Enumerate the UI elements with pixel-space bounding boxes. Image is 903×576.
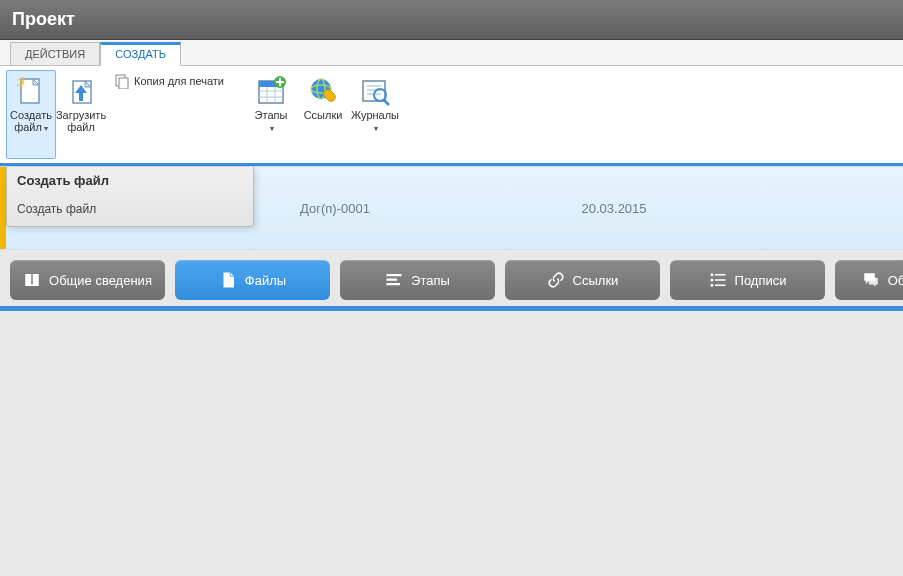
navtab-general[interactable]: Общие сведения (10, 260, 165, 300)
svg-point-35 (710, 284, 713, 287)
navtab-stages[interactable]: Этапы (340, 260, 495, 300)
create-file-button[interactable]: Создать файл (6, 70, 56, 159)
section-navtabs: Общие сведения Файлы Этапы Ссылки Подпис… (0, 250, 903, 300)
links-label: Ссылки (304, 109, 343, 121)
record-info-strip: Создать файл Создать файл Дог(п)-0001 20… (0, 166, 903, 250)
ribbon: Создать файл Загрузить файл Копия для пе… (0, 66, 903, 166)
svg-rect-30 (387, 283, 401, 285)
print-copy-icon (114, 73, 130, 89)
tooltip-title: Создать файл (17, 173, 243, 188)
journal-search-icon (359, 75, 391, 107)
dropdown-caret-icon (42, 121, 48, 133)
navtab-files-label: Файлы (245, 273, 286, 288)
book-icon (23, 271, 41, 289)
upload-file-label: Загрузить файл (56, 109, 106, 133)
calendar-plus-icon (255, 75, 287, 107)
doc-number: Дог(п)-0001 (300, 201, 582, 216)
navtab-discussions-label: Обсуждения (888, 273, 903, 288)
file-icon (219, 271, 237, 289)
svg-rect-34 (715, 279, 726, 281)
globe-link-icon (307, 75, 339, 107)
ribbon-tabstrip: ДЕЙСТВИЯ СОЗДАТЬ (0, 40, 903, 66)
tab-create[interactable]: СОЗДАТЬ (100, 42, 181, 66)
stages-button[interactable]: Этапы (246, 70, 296, 159)
tooltip-create-file: Создать файл Создать файл (6, 167, 254, 227)
dropdown-caret-icon (372, 121, 378, 133)
ribbon-group-file: Создать файл Загрузить файл (6, 70, 106, 159)
upload-file-icon (65, 75, 97, 107)
list-icon (709, 271, 727, 289)
navtab-stages-label: Этапы (411, 273, 450, 288)
tooltip-body: Создать файл (17, 202, 243, 216)
svg-rect-9 (119, 78, 128, 89)
print-copy-button[interactable]: Копия для печати (108, 70, 230, 92)
svg-rect-28 (387, 274, 402, 276)
svg-line-27 (384, 100, 389, 105)
navtab-links-label: Ссылки (573, 273, 619, 288)
create-file-label: Создать файл (9, 109, 53, 133)
chat-icon (862, 271, 880, 289)
svg-rect-32 (715, 274, 726, 276)
navtab-signatures-label: Подписи (735, 273, 787, 288)
navtab-signatures[interactable]: Подписи (670, 260, 825, 300)
svg-point-31 (710, 273, 713, 276)
doc-date: 20.03.2015 (582, 201, 864, 216)
svg-rect-36 (715, 285, 726, 287)
links-button[interactable]: Ссылки (298, 70, 348, 159)
titlebar: Проект (0, 0, 903, 40)
svg-point-33 (710, 279, 713, 282)
journals-button[interactable]: Журналы (350, 70, 400, 159)
journals-label: Журналы (351, 109, 399, 133)
upload-file-button[interactable]: Загрузить файл (56, 70, 106, 159)
stages-icon (385, 271, 403, 289)
navtab-discussions[interactable]: Обсуждения (835, 260, 903, 300)
svg-rect-29 (387, 279, 398, 281)
new-file-icon (15, 75, 47, 107)
navtab-general-label: Общие сведения (49, 273, 152, 288)
stages-label: Этапы (255, 109, 288, 133)
navtab-links[interactable]: Ссылки (505, 260, 660, 300)
print-copy-label: Копия для печати (134, 75, 224, 87)
content-area (0, 306, 903, 566)
navtab-files[interactable]: Файлы (175, 260, 330, 300)
dropdown-caret-icon (268, 121, 274, 133)
app-title: Проект (12, 9, 75, 30)
tab-actions[interactable]: ДЕЙСТВИЯ (10, 42, 100, 65)
link-icon (547, 271, 565, 289)
